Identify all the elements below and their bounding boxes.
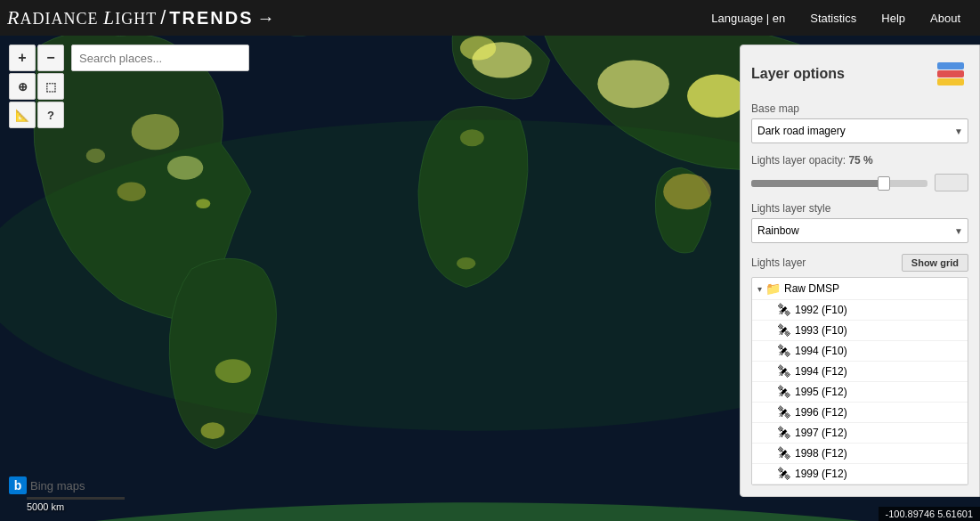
zoom-out-button[interactable]: − <box>37 45 64 71</box>
tree-item[interactable]: 🛰 1999 (F12) <box>752 464 968 484</box>
tree-item-label: 1994 (F12) <box>795 365 847 378</box>
base-map-select[interactable]: Dark road imagery Aerial imagery Road ma… <box>751 118 968 143</box>
layers-icon <box>934 57 968 91</box>
lights-layer-section: Lights layer Show grid ▾ 📁 Raw DMSP 🛰 19… <box>751 254 968 485</box>
tree-toggle[interactable]: ▾ <box>757 284 762 294</box>
select-button[interactable]: ⬚ <box>37 73 64 100</box>
lights-layer-header: Lights layer Show grid <box>751 254 968 272</box>
opacity-label: Lights layer opacity: 75 % <box>751 154 968 167</box>
tree-root-label: Raw DMSP <box>784 282 839 295</box>
layer-stack-icon <box>933 56 968 92</box>
scale-bar: 5000 km <box>27 497 125 512</box>
layer-options-panel: Layer options Base map Dark road imagery… <box>740 45 980 497</box>
tree-item-label: 1995 (F12) <box>795 386 847 398</box>
satellite-icon: 🛰 <box>777 385 791 399</box>
logo-area: RADIANCE LIGHT / Trends → <box>0 6 699 29</box>
crosshair-button[interactable]: ⊕ <box>9 73 36 100</box>
help-button[interactable]: ? <box>37 102 64 128</box>
coordinates-display: -100.89746 5.61601 <box>879 507 980 521</box>
svg-point-10 <box>597 60 669 108</box>
satellite-icon: 🛰 <box>777 405 791 419</box>
slider-row <box>751 170 968 191</box>
svg-rect-25 <box>937 62 964 69</box>
tree-item-label: 1993 (F10) <box>795 324 847 337</box>
map-controls: + − ⊕ ⬚ 📐 ? <box>9 45 64 128</box>
lights-style-select-wrapper: Rainbow Heat Grayscale Colorful ▼ <box>751 218 968 243</box>
folder-icon: 📁 <box>765 281 781 296</box>
satellite-icon: 🛰 <box>777 323 791 338</box>
search-box <box>71 45 249 71</box>
satellite-icon: 🛰 <box>777 467 791 481</box>
svg-point-9 <box>460 37 496 61</box>
tree-root-item[interactable]: ▾ 📁 Raw DMSP <box>752 278 968 300</box>
opacity-slider[interactable] <box>751 180 927 187</box>
lights-layer-label: Lights layer <box>751 256 806 269</box>
logo-radiance: RADIANCE LIGHT <box>7 6 157 29</box>
layer-tree: ▾ 📁 Raw DMSP 🛰 1992 (F10) 🛰 1993 (F10) 🛰… <box>751 277 968 485</box>
tree-item[interactable]: 🛰 1996 (F12) <box>752 403 968 423</box>
ruler-button[interactable]: 📐 <box>9 102 36 128</box>
nav-about[interactable]: About <box>918 0 973 36</box>
nav-help[interactable]: Help <box>869 0 918 36</box>
tree-item[interactable]: 🛰 1994 (F10) <box>752 341 968 362</box>
satellite-icon: 🛰 <box>777 364 791 379</box>
nav-language[interactable]: Language | en <box>699 0 798 36</box>
panel-title: Layer options <box>751 66 845 82</box>
scale-line <box>27 497 125 500</box>
satellite-icon: 🛰 <box>777 446 791 460</box>
show-grid-button[interactable]: Show grid <box>902 254 968 272</box>
slider-thumb[interactable] <box>878 176 890 191</box>
logo-trends: Trends <box>169 8 253 28</box>
slider-end-box <box>935 174 968 191</box>
satellite-icon: 🛰 <box>777 303 791 317</box>
lights-style-select[interactable]: Rainbow Heat Grayscale Colorful <box>751 218 968 243</box>
tree-item-label: 1997 (F12) <box>795 427 847 439</box>
svg-point-11 <box>687 75 747 118</box>
nav-statistics[interactable]: Statistics <box>798 0 869 36</box>
tree-item[interactable]: 🛰 1998 (F12) <box>752 444 968 464</box>
panel-header: Layer options <box>751 56 968 92</box>
nav-area: Language | en Statistics Help About <box>699 0 980 36</box>
header: RADIANCE LIGHT / Trends → Language | en … <box>0 0 980 36</box>
tree-item-label: 1998 (F12) <box>795 447 847 460</box>
bing-logo: b Bing maps <box>9 476 85 494</box>
search-input[interactable] <box>71 45 249 71</box>
svg-point-20 <box>201 422 225 439</box>
svg-rect-23 <box>937 78 964 85</box>
zoom-in-button[interactable]: + <box>9 45 36 71</box>
tree-item-label: 1999 (F12) <box>795 468 847 480</box>
tree-item[interactable]: 🛰 1995 (F12) <box>752 382 968 403</box>
tree-item-label: 1994 (F10) <box>795 345 847 357</box>
tree-item[interactable]: 🛰 1997 (F12) <box>752 423 968 444</box>
tree-item-label: 1992 (F10) <box>795 304 847 316</box>
tree-item[interactable]: 🛰 1994 (F12) <box>752 362 968 382</box>
satellite-icon: 🛰 <box>777 344 791 358</box>
bing-label: Bing maps <box>30 479 85 493</box>
tree-item[interactable]: 🛰 1993 (F10) <box>752 321 968 341</box>
base-map-label: Base map <box>751 102 968 115</box>
base-map-select-wrapper: Dark road imagery Aerial imagery Road ma… <box>751 118 968 143</box>
scale-label: 5000 km <box>27 501 125 512</box>
tree-item-label: 1996 (F12) <box>795 406 847 419</box>
opacity-section: Lights layer opacity: 75 % <box>751 154 968 191</box>
svg-point-6 <box>86 149 105 163</box>
lights-style-label: Lights layer style <box>751 202 968 215</box>
tree-item[interactable]: 🛰 1992 (F10) <box>752 300 968 321</box>
satellite-icon: 🛰 <box>777 426 791 440</box>
bing-icon: b <box>9 476 27 494</box>
svg-point-3 <box>132 114 180 150</box>
svg-rect-24 <box>937 70 964 77</box>
